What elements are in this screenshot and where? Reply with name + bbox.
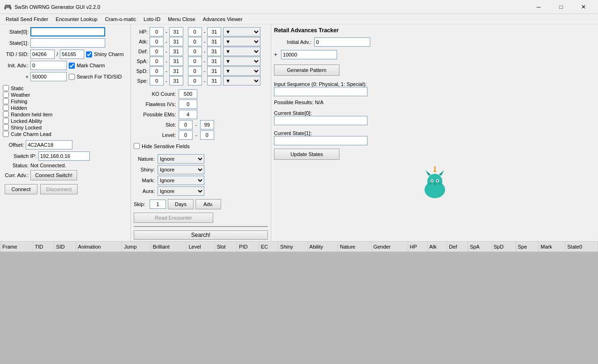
iv-hp-max[interactable] [169, 27, 183, 36]
init-adv-input[interactable] [30, 61, 67, 70]
mark-charm-checkbox[interactable] [69, 63, 75, 69]
input-seq-input[interactable] [274, 87, 367, 96]
maximize-button[interactable]: □ [550, 0, 572, 14]
tid-input[interactable] [30, 50, 55, 59]
iv-spe-select[interactable]: ▼ [223, 76, 260, 86]
offset-input[interactable] [26, 140, 72, 150]
iv-spe-max2[interactable] [207, 76, 221, 86]
switch-ip-input[interactable] [38, 151, 90, 161]
tracker-plus-input[interactable] [281, 50, 337, 59]
skip-input[interactable] [150, 200, 166, 209]
random-held-checkbox[interactable] [3, 111, 9, 117]
static-checkbox[interactable] [3, 85, 9, 91]
iv-spe-min[interactable] [150, 76, 164, 86]
menu-menu-close[interactable]: Menu Close [164, 14, 199, 24]
level-min-input[interactable] [179, 130, 193, 140]
search-tid-sid-checkbox[interactable] [69, 74, 75, 80]
iv-atk-min2[interactable] [188, 37, 202, 46]
iv-spd-row: SpD: - - ▼ [134, 66, 268, 76]
current-state0-input[interactable] [274, 116, 367, 125]
iv-atk-max[interactable] [169, 37, 183, 46]
connect-switch-button[interactable]: Connect Switch! [30, 170, 77, 180]
iv-spd-max2[interactable] [207, 66, 221, 76]
iv-def-max2[interactable] [207, 47, 221, 56]
close-button[interactable]: ✕ [573, 0, 594, 14]
svg-marker-5 [439, 171, 443, 175]
iv-hp-select[interactable]: ▼ [223, 27, 260, 36]
current-state1-input[interactable] [274, 136, 367, 145]
sid-input[interactable] [60, 50, 84, 59]
hidden-checkbox[interactable] [3, 105, 9, 111]
col-pid: PID [237, 242, 259, 252]
nature-filter-select[interactable]: IgnoreAnyNone [158, 154, 204, 164]
iv-spd-min2[interactable] [188, 66, 202, 76]
mark-filter-row: Mark: IgnoreAnyNone [134, 176, 268, 185]
iv-spa-max2[interactable] [207, 57, 221, 66]
possible-ems-input[interactable] [179, 110, 197, 119]
locked-ability-checkbox[interactable] [3, 118, 9, 124]
menu-cram-o-matic[interactable]: Cram-o-matic [101, 14, 140, 24]
weather-checkbox[interactable] [3, 92, 9, 98]
app-title: SwSh OWRNG Generator GUI v2.2.0 [14, 4, 528, 10]
iv-spe-max[interactable] [169, 76, 183, 86]
menu-advances-viewer[interactable]: Advances Viewer [199, 14, 246, 24]
iv-atk-min[interactable] [150, 37, 164, 46]
iv-atk-select[interactable]: ▼ [223, 37, 260, 46]
iv-spa-label: SpA: [134, 58, 148, 64]
shiny-filter-label: Shiny: [134, 167, 155, 172]
plus-input[interactable] [30, 72, 67, 81]
days-button[interactable]: Days [168, 199, 194, 209]
shiny-filter-select[interactable]: IgnoreAnyNone [158, 165, 204, 174]
slot-max-input[interactable] [200, 120, 214, 129]
iv-spa-max[interactable] [169, 57, 183, 66]
adv-button[interactable]: Adv. [195, 199, 221, 209]
iv-spa-min[interactable] [150, 57, 164, 66]
iv-spa-min2[interactable] [188, 57, 202, 66]
menu-encounter-lookup[interactable]: Encounter Lookup [52, 14, 101, 24]
iv-def-select[interactable]: ▼ [223, 47, 260, 56]
iv-atk-row: Atk: - - ▼ [134, 37, 268, 46]
iv-def-max[interactable] [169, 47, 183, 56]
state0-label: State[0]: [3, 29, 29, 35]
status-row: Status: Not Connected. [3, 163, 128, 168]
iv-spe-min2[interactable] [188, 76, 202, 86]
iv-def-min[interactable] [150, 47, 164, 56]
generate-pattern-button[interactable]: Generate Pattern [274, 64, 339, 76]
menu-loto-id[interactable]: Loto-ID [140, 14, 164, 24]
minimize-button[interactable]: ─ [528, 0, 549, 14]
mark-filter-select[interactable]: IgnoreAnyNone [158, 176, 204, 185]
filter-section: Nature: IgnoreAnyNone Shiny: IgnoreAnyNo… [134, 154, 268, 196]
curr-adv-row: Curr. Adv.: Connect Switch! [3, 170, 128, 180]
aura-filter-select[interactable]: IgnoreAnyNone [158, 186, 204, 196]
iv-spd-max[interactable] [169, 66, 183, 76]
cute-charm-checkbox[interactable] [3, 131, 9, 137]
menu-retail-seed-finder[interactable]: Retail Seed Finder [2, 14, 52, 24]
read-encounter-button[interactable]: Read Encounter [134, 213, 213, 223]
connect-button[interactable]: Connect [5, 184, 37, 194]
iv-def-min2[interactable] [188, 47, 202, 56]
col-spa: SpA [468, 242, 491, 252]
iv-hp-row: HP: - - ▼ [134, 27, 268, 36]
iv-spa-select[interactable]: ▼ [223, 57, 260, 66]
shiny-charm-checkbox[interactable] [86, 51, 92, 57]
flawless-ivs-input[interactable] [179, 100, 197, 109]
fishing-checkbox[interactable] [3, 98, 9, 104]
iv-atk-max2[interactable] [207, 37, 221, 46]
iv-hp-min[interactable] [150, 27, 164, 36]
iv-spd-select[interactable]: ▼ [223, 66, 260, 76]
ko-count-input[interactable] [179, 89, 197, 99]
update-states-button[interactable]: Update States [274, 149, 339, 160]
search-button[interactable]: Search! [134, 230, 268, 240]
weather-checkbox-item: Weather [3, 92, 128, 98]
state1-input[interactable] [30, 38, 105, 48]
hide-sensitive-checkbox[interactable] [134, 143, 140, 149]
level-max-input[interactable] [200, 130, 214, 140]
state0-input[interactable] [30, 27, 105, 36]
iv-hp-max2[interactable] [207, 27, 221, 36]
slot-min-input[interactable] [179, 120, 193, 129]
shiny-locked-checkbox[interactable] [3, 124, 9, 130]
disconnect-button[interactable]: Disconnect [40, 184, 78, 194]
iv-spd-min[interactable] [150, 66, 164, 76]
initial-adv-input[interactable] [314, 37, 370, 47]
iv-hp-min2[interactable] [188, 27, 202, 36]
